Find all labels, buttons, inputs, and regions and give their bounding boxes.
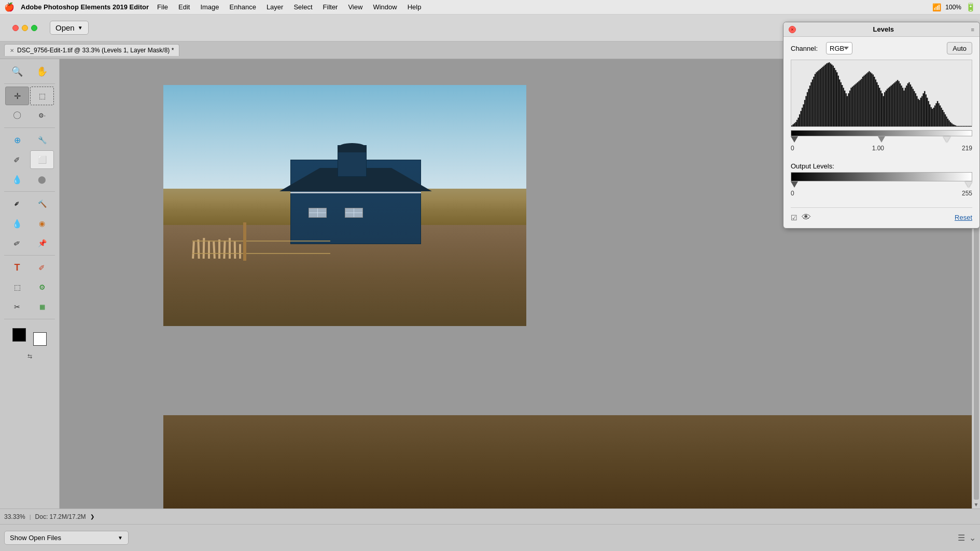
- tool-row-3: 〇 ⚙∙: [2, 106, 57, 125]
- svg-rect-48: [853, 86, 854, 126]
- svg-rect-39: [842, 85, 843, 126]
- apple-menu-icon[interactable]: 🍎: [4, 2, 15, 12]
- svg-rect-22: [820, 69, 821, 126]
- svg-rect-86: [902, 88, 903, 126]
- tool-divider-1: [4, 83, 55, 84]
- menu-edit[interactable]: Edit: [174, 2, 194, 12]
- svg-rect-47: [852, 87, 853, 126]
- content-aware-tool[interactable]: ✂: [5, 298, 29, 316]
- svg-rect-89: [906, 86, 907, 126]
- move-tool[interactable]: ✛: [5, 87, 29, 105]
- white-output-slider[interactable]: [965, 181, 972, 188]
- clone-stamp-tool[interactable]: 🔨: [30, 194, 54, 213]
- svg-rect-61: [870, 72, 871, 126]
- pattern-tool[interactable]: ▦: [30, 298, 54, 316]
- healing-brush-tool[interactable]: 🔧: [30, 131, 54, 149]
- svg-rect-50: [856, 83, 857, 126]
- black-output-slider[interactable]: [791, 181, 798, 188]
- menu-enhance[interactable]: Enhance: [226, 2, 260, 12]
- white-input-slider[interactable]: [943, 136, 950, 143]
- black-point-eyedropper[interactable]: ✒: [977, 59, 980, 76]
- eraser-tool[interactable]: ⬜: [30, 150, 54, 169]
- magnetic-lasso-tool[interactable]: ⚙∙: [30, 106, 54, 125]
- hand-tool[interactable]: ✋: [30, 62, 54, 81]
- marquee-tool[interactable]: ⬚: [30, 87, 54, 105]
- black-input-slider[interactable]: [791, 136, 798, 143]
- tab-close-icon[interactable]: ✕: [10, 48, 14, 53]
- menu-file[interactable]: File: [153, 2, 172, 12]
- scroll-down-arrow[interactable]: ▼: [974, 502, 979, 507]
- magic-wand-tool[interactable]: 📌: [30, 234, 54, 252]
- show-open-files-button[interactable]: Show Open Files ▼: [4, 531, 129, 545]
- expand-button[interactable]: ⌄: [969, 533, 976, 543]
- text-tool[interactable]: T: [5, 258, 29, 277]
- svg-rect-101: [921, 96, 922, 126]
- svg-rect-123: [950, 122, 951, 126]
- svg-rect-28: [828, 63, 829, 126]
- slider-handles: [791, 136, 972, 144]
- svg-rect-80: [894, 82, 895, 126]
- minimize-button[interactable]: [22, 25, 28, 31]
- blur-tool[interactable]: ⬤: [30, 170, 54, 189]
- preview-checkbox[interactable]: ☑: [791, 214, 797, 222]
- maximize-button[interactable]: [31, 25, 37, 31]
- list-view-button[interactable]: ☰: [958, 533, 965, 543]
- svg-rect-72: [884, 92, 885, 126]
- svg-rect-91: [908, 82, 909, 126]
- menu-image[interactable]: Image: [196, 2, 223, 12]
- svg-rect-27: [826, 63, 827, 126]
- svg-rect-49: [855, 84, 856, 126]
- menu-view[interactable]: View: [344, 2, 367, 12]
- file-tab[interactable]: ✕ DSC_9756-Edit-1.tif @ 33.3% (Levels 1,…: [4, 44, 179, 56]
- color-picker-tool[interactable]: ✏: [2, 229, 32, 257]
- foreground-color-swatch[interactable]: [12, 328, 26, 342]
- svg-rect-78: [892, 84, 893, 126]
- status-expand-arrow[interactable]: ❯: [90, 514, 94, 519]
- status-separator: |: [30, 514, 31, 520]
- menubar-right: 📶 100% 🔋: [932, 2, 976, 12]
- sponge-tool[interactable]: ◉: [30, 214, 54, 233]
- house-window-2: [345, 208, 363, 218]
- svg-rect-17: [813, 77, 814, 126]
- svg-rect-129: [958, 126, 959, 126]
- menu-layer[interactable]: Layer: [262, 2, 288, 12]
- svg-rect-120: [946, 117, 947, 126]
- menu-window[interactable]: Window: [369, 2, 401, 12]
- svg-rect-137: [968, 126, 969, 126]
- show-open-files-dropdown-arrow: ▼: [118, 535, 123, 541]
- lasso-tool[interactable]: 〇: [5, 106, 29, 125]
- svg-rect-21: [818, 70, 819, 126]
- svg-rect-102: [923, 93, 924, 126]
- left-toolbar: 🔍 ✋ ✛ ⬚ 〇 ⚙∙ ⊕ 🔧 ✏ ⬜ 💧 ⬤: [0, 59, 60, 508]
- reset-button[interactable]: Reset: [955, 214, 972, 221]
- open-button[interactable]: Open ▼: [50, 21, 89, 35]
- svg-rect-83: [898, 81, 899, 126]
- zoom-tool[interactable]: 🔍: [5, 62, 29, 81]
- menu-select[interactable]: Select: [289, 2, 316, 12]
- mid-input-slider[interactable]: [878, 136, 885, 143]
- background-color-swatch[interactable]: [33, 332, 47, 346]
- svg-rect-115: [940, 105, 941, 126]
- preview-eye-icon[interactable]: 👁: [802, 212, 811, 223]
- mid-point-eyedropper[interactable]: ✒: [977, 74, 980, 93]
- svg-rect-79: [893, 83, 894, 126]
- svg-rect-55: [862, 77, 863, 126]
- close-button[interactable]: [12, 25, 19, 31]
- svg-rect-18: [815, 74, 816, 126]
- output-handles: [791, 181, 972, 189]
- white-point-eyedropper[interactable]: ✒: [977, 90, 980, 109]
- menu-help[interactable]: Help: [403, 2, 426, 12]
- crop-tool[interactable]: ⬚: [5, 278, 29, 296]
- svg-rect-20: [817, 71, 818, 126]
- photo-canvas: [163, 85, 526, 326]
- menu-filter[interactable]: Filter: [319, 2, 342, 12]
- histogram-section: ✒ ✒ ✒: [791, 60, 972, 127]
- svg-rect-51: [857, 82, 858, 126]
- status-bar: 33.33% | Doc: 17.2M/17.2M ❯: [0, 508, 980, 524]
- svg-rect-4: [796, 120, 797, 126]
- swap-colors-btn[interactable]: ⇆: [2, 353, 57, 360]
- svg-rect-113: [937, 101, 938, 126]
- tab-filename: DSC_9756-Edit-1.tif @ 33.3% (Levels 1, L…: [17, 47, 174, 54]
- main-content: 🔍 ✋ ✛ ⬚ 〇 ⚙∙ ⊕ 🔧 ✏ ⬜ 💧 ⬤: [0, 59, 980, 508]
- swap-arrows-icon[interactable]: ⇆: [27, 353, 32, 360]
